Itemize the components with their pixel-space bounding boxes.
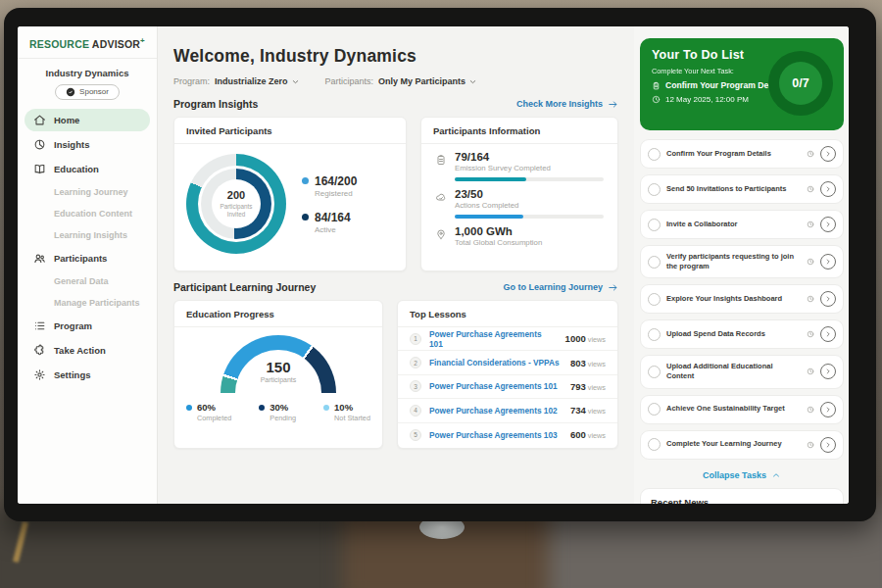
task-checkbox[interactable] (648, 403, 661, 416)
sidebar-item[interactable]: Program (24, 315, 150, 337)
sidebar-item-label: Home (54, 115, 79, 125)
task-open-button[interactable] (820, 402, 836, 417)
task-open-button[interactable] (820, 146, 836, 162)
lesson-link[interactable]: Financial Considerations - VPPAs (429, 358, 563, 368)
todo-task-item[interactable]: Send 50 Invitations to Participants (640, 174, 844, 204)
lesson-link[interactable]: Power Purchase Agreements 103 (429, 430, 563, 440)
lesson-views-suffix: views (588, 360, 606, 368)
task-checkbox[interactable] (648, 148, 661, 161)
sidebar-item-label: Take Action (54, 345, 106, 356)
chevron-down-icon[interactable] (468, 77, 477, 86)
sidebar-item[interactable]: General Data (24, 271, 150, 291)
page-title: Welcome, Industry Dynamics (173, 46, 618, 67)
sidebar-item-label: Education Content (54, 209, 132, 219)
lesson-row[interactable]: 4 Power Purchase Agreements 102 734views (398, 399, 617, 422)
go-to-learning-journey-link[interactable]: Go to Learning Journey (503, 282, 618, 293)
lesson-row[interactable]: 2 Financial Considerations - VPPAs 803vi… (398, 351, 617, 374)
home-icon (33, 114, 46, 126)
lesson-link[interactable]: Power Purchase Agreements 101 (429, 329, 558, 349)
clipboard-icon (652, 81, 661, 90)
sidebar-item[interactable]: Participants (24, 247, 150, 270)
arrow-right-icon (608, 282, 618, 293)
donut-center-value: 200 (227, 189, 245, 201)
task-checkbox[interactable] (648, 366, 661, 378)
legend-label: Active (315, 225, 351, 234)
sidebar-item[interactable]: Learning Journey (24, 182, 150, 202)
lesson-views-suffix: views (588, 383, 606, 392)
program-filter[interactable]: Program: Industrialize Zero (173, 76, 300, 86)
task-open-button[interactable] (820, 291, 836, 307)
sidebar-item[interactable]: Settings (24, 364, 150, 386)
legend-label: Registered (315, 189, 357, 198)
chevron-down-icon[interactable] (291, 77, 300, 86)
task-checkbox[interactable] (648, 328, 661, 341)
todo-task-item[interactable]: Confirm Your Program Details (640, 139, 844, 169)
info-value: 1,000 GWh (455, 225, 604, 237)
clock-icon (807, 441, 814, 449)
sponsor-badge[interactable]: Sponsor (55, 84, 120, 100)
lesson-link[interactable]: Power Purchase Agreements 101 (429, 381, 563, 391)
task-checkbox[interactable] (648, 219, 661, 231)
chevron-right-icon (824, 185, 832, 193)
todo-task-item[interactable]: Invite a Collaborator (640, 210, 844, 239)
lesson-row[interactable]: 3 Power Purchase Agreements 101 793views (398, 375, 617, 399)
sidebar-item[interactable]: Education (24, 158, 150, 180)
task-checkbox[interactable] (648, 256, 661, 269)
task-checkbox[interactable] (648, 183, 661, 196)
chevron-right-icon (824, 406, 832, 414)
chevron-right-icon (824, 150, 832, 158)
sidebar-item-label: Insights (54, 139, 89, 150)
sidebar-item[interactable]: Education Content (24, 204, 150, 223)
check-more-insights-link[interactable]: Check More Insights (516, 99, 618, 110)
task-checkbox[interactable] (648, 293, 661, 306)
task-label: Explore Your Insights Dashboard (666, 294, 801, 304)
learning-journey-header: Participant Learning Journey Go to Learn… (173, 281, 618, 293)
lesson-link[interactable]: Power Purchase Agreements 102 (429, 406, 563, 416)
task-label: Upload Additional Educational Content (666, 362, 801, 381)
program-filter-value: Industrialize Zero (215, 76, 288, 86)
todo-task-item[interactable]: Explore Your Insights Dashboard (640, 284, 844, 314)
task-open-button[interactable] (820, 181, 836, 197)
task-open-button[interactable] (820, 364, 836, 379)
recent-news-card: Recent News (640, 488, 844, 505)
lesson-row[interactable]: 5 Power Purchase Agreements 103 600views (398, 423, 617, 447)
chevron-right-icon (824, 295, 832, 303)
learning-journey-title: Participant Learning Journey (173, 281, 316, 293)
legend-label: Completed (197, 414, 231, 422)
collapse-tasks-link[interactable]: Collapse Tasks (640, 466, 844, 488)
education-icon (33, 163, 46, 175)
task-open-button[interactable] (820, 217, 836, 232)
todo-task-item[interactable]: Verify participants requesting to join t… (640, 245, 844, 278)
info-label: Emission Survey Completed (455, 164, 604, 172)
sidebar-item[interactable]: Home (24, 109, 150, 131)
info-value: 79/164 (455, 151, 604, 163)
participants-filter[interactable]: Participants: Only My Participants (325, 76, 478, 86)
settings-icon (33, 368, 46, 381)
sidebar-item[interactable]: Manage Participants (24, 293, 150, 313)
sidebar-item[interactable]: Take Action (24, 339, 150, 362)
clock-icon (807, 150, 814, 158)
sidebar-item[interactable]: Learning Insights (24, 225, 150, 245)
logo-advisor: ADVISOR (92, 38, 140, 50)
task-open-button[interactable] (820, 326, 836, 342)
program-insights-header: Program Insights Check More Insights (173, 98, 618, 110)
task-checkbox[interactable] (648, 438, 661, 451)
legend-value: 60% (197, 402, 231, 413)
clock-icon (807, 220, 814, 228)
lesson-row[interactable]: 1 Power Purchase Agreements 101 1000view… (398, 327, 617, 351)
todo-task-item[interactable]: Achieve One Sustainability Target (640, 395, 844, 424)
lesson-rank: 1 (410, 333, 421, 345)
legend-label: Pending (270, 414, 296, 422)
program-insights-title: Program Insights (173, 98, 258, 110)
legend-dot (302, 177, 309, 184)
todo-task-item[interactable]: Complete Your Learning Journey (640, 430, 844, 460)
legend-item: 60% Completed (186, 402, 231, 422)
todo-progress-ring: 0/7 (768, 51, 833, 116)
sidebar-item[interactable]: Insights (24, 133, 150, 156)
task-open-button[interactable] (820, 254, 836, 270)
todo-task-item[interactable]: Upload Additional Educational Content (640, 355, 844, 388)
todo-task-item[interactable]: Upload Spend Data Records (640, 319, 844, 349)
task-open-button[interactable] (820, 437, 836, 453)
chevron-up-icon (771, 470, 781, 480)
legend-dot (323, 405, 329, 411)
